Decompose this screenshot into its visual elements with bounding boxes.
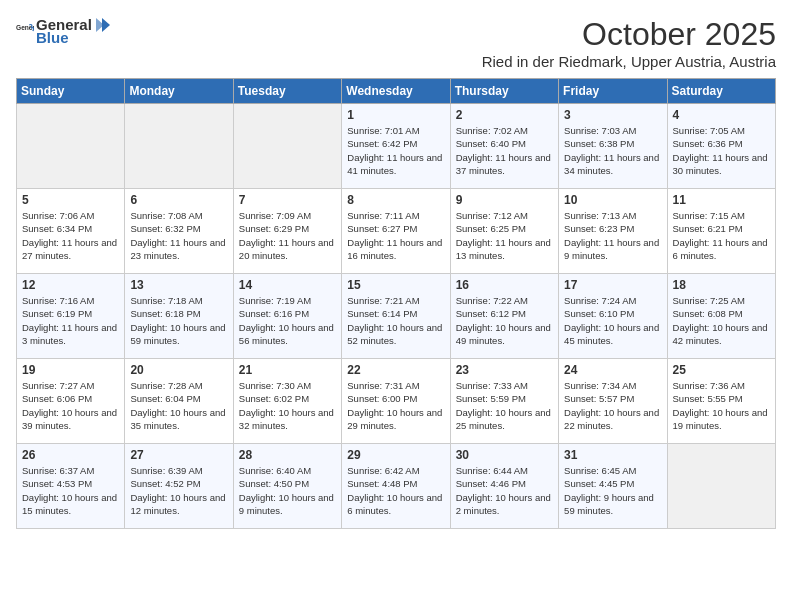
calendar-cell: 5Sunrise: 7:06 AM Sunset: 6:34 PM Daylig… bbox=[17, 189, 125, 274]
day-info: Sunrise: 7:24 AM Sunset: 6:10 PM Dayligh… bbox=[564, 294, 661, 347]
day-number: 20 bbox=[130, 363, 227, 377]
calendar-cell: 4Sunrise: 7:05 AM Sunset: 6:36 PM Daylig… bbox=[667, 104, 775, 189]
calendar-cell: 9Sunrise: 7:12 AM Sunset: 6:25 PM Daylig… bbox=[450, 189, 558, 274]
day-info: Sunrise: 7:28 AM Sunset: 6:04 PM Dayligh… bbox=[130, 379, 227, 432]
day-info: Sunrise: 7:18 AM Sunset: 6:18 PM Dayligh… bbox=[130, 294, 227, 347]
calendar-cell bbox=[233, 104, 341, 189]
day-info: Sunrise: 7:31 AM Sunset: 6:00 PM Dayligh… bbox=[347, 379, 444, 432]
calendar-header-row: Sunday Monday Tuesday Wednesday Thursday… bbox=[17, 79, 776, 104]
day-info: Sunrise: 7:12 AM Sunset: 6:25 PM Dayligh… bbox=[456, 209, 553, 262]
header-monday: Monday bbox=[125, 79, 233, 104]
calendar-cell: 30Sunrise: 6:44 AM Sunset: 4:46 PM Dayli… bbox=[450, 444, 558, 529]
day-number: 17 bbox=[564, 278, 661, 292]
calendar-week-row-4: 26Sunrise: 6:37 AM Sunset: 4:53 PM Dayli… bbox=[17, 444, 776, 529]
calendar-cell bbox=[125, 104, 233, 189]
header-thursday: Thursday bbox=[450, 79, 558, 104]
day-info: Sunrise: 7:01 AM Sunset: 6:42 PM Dayligh… bbox=[347, 124, 444, 177]
calendar-cell: 17Sunrise: 7:24 AM Sunset: 6:10 PM Dayli… bbox=[559, 274, 667, 359]
day-info: Sunrise: 6:40 AM Sunset: 4:50 PM Dayligh… bbox=[239, 464, 336, 517]
day-number: 15 bbox=[347, 278, 444, 292]
day-info: Sunrise: 7:11 AM Sunset: 6:27 PM Dayligh… bbox=[347, 209, 444, 262]
calendar-week-row-3: 19Sunrise: 7:27 AM Sunset: 6:06 PM Dayli… bbox=[17, 359, 776, 444]
day-number: 1 bbox=[347, 108, 444, 122]
month-title: October 2025 bbox=[482, 16, 776, 53]
calendar-cell: 10Sunrise: 7:13 AM Sunset: 6:23 PM Dayli… bbox=[559, 189, 667, 274]
day-info: Sunrise: 6:39 AM Sunset: 4:52 PM Dayligh… bbox=[130, 464, 227, 517]
day-number: 4 bbox=[673, 108, 770, 122]
day-number: 5 bbox=[22, 193, 119, 207]
calendar-cell: 22Sunrise: 7:31 AM Sunset: 6:00 PM Dayli… bbox=[342, 359, 450, 444]
calendar-cell: 7Sunrise: 7:09 AM Sunset: 6:29 PM Daylig… bbox=[233, 189, 341, 274]
day-info: Sunrise: 7:16 AM Sunset: 6:19 PM Dayligh… bbox=[22, 294, 119, 347]
day-info: Sunrise: 7:22 AM Sunset: 6:12 PM Dayligh… bbox=[456, 294, 553, 347]
day-number: 13 bbox=[130, 278, 227, 292]
day-info: Sunrise: 7:08 AM Sunset: 6:32 PM Dayligh… bbox=[130, 209, 227, 262]
day-number: 16 bbox=[456, 278, 553, 292]
calendar-cell: 8Sunrise: 7:11 AM Sunset: 6:27 PM Daylig… bbox=[342, 189, 450, 274]
calendar-week-row-1: 5Sunrise: 7:06 AM Sunset: 6:34 PM Daylig… bbox=[17, 189, 776, 274]
calendar-cell: 19Sunrise: 7:27 AM Sunset: 6:06 PM Dayli… bbox=[17, 359, 125, 444]
day-number: 8 bbox=[347, 193, 444, 207]
calendar-cell: 28Sunrise: 6:40 AM Sunset: 4:50 PM Dayli… bbox=[233, 444, 341, 529]
day-info: Sunrise: 7:13 AM Sunset: 6:23 PM Dayligh… bbox=[564, 209, 661, 262]
calendar-cell bbox=[667, 444, 775, 529]
day-number: 28 bbox=[239, 448, 336, 462]
calendar-cell: 15Sunrise: 7:21 AM Sunset: 6:14 PM Dayli… bbox=[342, 274, 450, 359]
day-info: Sunrise: 6:37 AM Sunset: 4:53 PM Dayligh… bbox=[22, 464, 119, 517]
day-number: 26 bbox=[22, 448, 119, 462]
day-info: Sunrise: 7:05 AM Sunset: 6:36 PM Dayligh… bbox=[673, 124, 770, 177]
day-number: 9 bbox=[456, 193, 553, 207]
day-number: 18 bbox=[673, 278, 770, 292]
calendar-cell: 16Sunrise: 7:22 AM Sunset: 6:12 PM Dayli… bbox=[450, 274, 558, 359]
calendar-cell: 13Sunrise: 7:18 AM Sunset: 6:18 PM Dayli… bbox=[125, 274, 233, 359]
day-info: Sunrise: 7:03 AM Sunset: 6:38 PM Dayligh… bbox=[564, 124, 661, 177]
calendar-cell: 14Sunrise: 7:19 AM Sunset: 6:16 PM Dayli… bbox=[233, 274, 341, 359]
calendar-cell: 23Sunrise: 7:33 AM Sunset: 5:59 PM Dayli… bbox=[450, 359, 558, 444]
day-number: 7 bbox=[239, 193, 336, 207]
day-info: Sunrise: 7:21 AM Sunset: 6:14 PM Dayligh… bbox=[347, 294, 444, 347]
header-sunday: Sunday bbox=[17, 79, 125, 104]
header-wednesday: Wednesday bbox=[342, 79, 450, 104]
day-number: 25 bbox=[673, 363, 770, 377]
calendar-cell: 29Sunrise: 6:42 AM Sunset: 4:48 PM Dayli… bbox=[342, 444, 450, 529]
day-number: 30 bbox=[456, 448, 553, 462]
day-number: 21 bbox=[239, 363, 336, 377]
day-info: Sunrise: 7:25 AM Sunset: 6:08 PM Dayligh… bbox=[673, 294, 770, 347]
day-number: 29 bbox=[347, 448, 444, 462]
day-number: 14 bbox=[239, 278, 336, 292]
calendar-cell: 21Sunrise: 7:30 AM Sunset: 6:02 PM Dayli… bbox=[233, 359, 341, 444]
day-number: 24 bbox=[564, 363, 661, 377]
header-tuesday: Tuesday bbox=[233, 79, 341, 104]
header-friday: Friday bbox=[559, 79, 667, 104]
day-info: Sunrise: 6:45 AM Sunset: 4:45 PM Dayligh… bbox=[564, 464, 661, 517]
calendar-cell: 2Sunrise: 7:02 AM Sunset: 6:40 PM Daylig… bbox=[450, 104, 558, 189]
calendar-cell: 11Sunrise: 7:15 AM Sunset: 6:21 PM Dayli… bbox=[667, 189, 775, 274]
day-info: Sunrise: 6:44 AM Sunset: 4:46 PM Dayligh… bbox=[456, 464, 553, 517]
day-number: 27 bbox=[130, 448, 227, 462]
calendar-cell: 25Sunrise: 7:36 AM Sunset: 5:55 PM Dayli… bbox=[667, 359, 775, 444]
logo-icon: General bbox=[16, 22, 34, 40]
day-number: 19 bbox=[22, 363, 119, 377]
day-info: Sunrise: 7:19 AM Sunset: 6:16 PM Dayligh… bbox=[239, 294, 336, 347]
day-info: Sunrise: 7:06 AM Sunset: 6:34 PM Dayligh… bbox=[22, 209, 119, 262]
day-info: Sunrise: 7:30 AM Sunset: 6:02 PM Dayligh… bbox=[239, 379, 336, 432]
calendar-cell: 12Sunrise: 7:16 AM Sunset: 6:19 PM Dayli… bbox=[17, 274, 125, 359]
calendar-table: Sunday Monday Tuesday Wednesday Thursday… bbox=[16, 78, 776, 529]
title-area: October 2025 Ried in der Riedmark, Upper… bbox=[482, 16, 776, 70]
calendar-cell: 1Sunrise: 7:01 AM Sunset: 6:42 PM Daylig… bbox=[342, 104, 450, 189]
day-info: Sunrise: 7:09 AM Sunset: 6:29 PM Dayligh… bbox=[239, 209, 336, 262]
calendar-week-row-2: 12Sunrise: 7:16 AM Sunset: 6:19 PM Dayli… bbox=[17, 274, 776, 359]
day-info: Sunrise: 7:02 AM Sunset: 6:40 PM Dayligh… bbox=[456, 124, 553, 177]
day-number: 23 bbox=[456, 363, 553, 377]
logo-arrow-icon bbox=[92, 18, 110, 32]
header-saturday: Saturday bbox=[667, 79, 775, 104]
day-number: 3 bbox=[564, 108, 661, 122]
day-number: 2 bbox=[456, 108, 553, 122]
day-info: Sunrise: 6:42 AM Sunset: 4:48 PM Dayligh… bbox=[347, 464, 444, 517]
day-number: 11 bbox=[673, 193, 770, 207]
calendar-cell: 6Sunrise: 7:08 AM Sunset: 6:32 PM Daylig… bbox=[125, 189, 233, 274]
calendar-cell: 31Sunrise: 6:45 AM Sunset: 4:45 PM Dayli… bbox=[559, 444, 667, 529]
day-number: 6 bbox=[130, 193, 227, 207]
day-info: Sunrise: 7:36 AM Sunset: 5:55 PM Dayligh… bbox=[673, 379, 770, 432]
calendar-cell: 26Sunrise: 6:37 AM Sunset: 4:53 PM Dayli… bbox=[17, 444, 125, 529]
